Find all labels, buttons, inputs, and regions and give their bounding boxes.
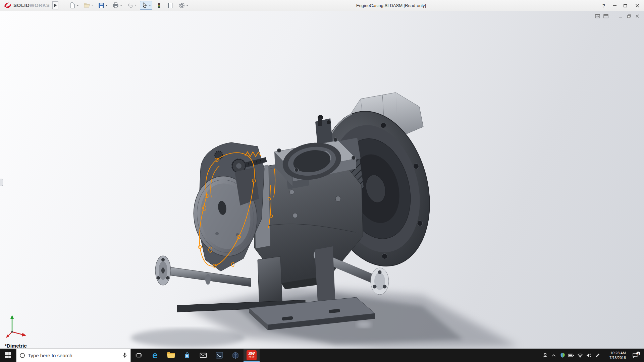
new-document-icon (69, 2, 76, 9)
chevron-up-icon (551, 354, 556, 357)
search-input[interactable] (28, 353, 119, 358)
close-button[interactable] (631, 0, 644, 11)
left-cover-assembly[interactable] (189, 142, 267, 271)
gear-icon (178, 2, 185, 9)
solidworks-logo-icon (3, 2, 12, 9)
dropdown-arrow-icon[interactable] (106, 5, 108, 6)
doc-close-button[interactable] (634, 13, 641, 19)
hidden-icons-button[interactable] (549, 349, 558, 362)
system-tray: 10:28 AM 7/13/2018 2 (541, 349, 644, 362)
rebuild-button[interactable] (154, 1, 164, 10)
volume-button[interactable] (584, 349, 593, 362)
engine-casing-model (0, 11, 644, 349)
app-titlebar: SOLIDWORKS (0, 0, 644, 11)
view-orientation-label: *Dimetric (5, 343, 27, 349)
mail-icon (199, 352, 207, 359)
microphone-icon[interactable] (122, 352, 127, 358)
graphics-area[interactable] (0, 11, 644, 349)
mail-button[interactable] (195, 349, 211, 362)
print-icon (112, 2, 119, 9)
action-center-button[interactable]: 2 (628, 353, 642, 358)
dropdown-arrow-icon[interactable] (186, 5, 188, 6)
brand-works: WORKS (30, 2, 50, 8)
options-button[interactable] (177, 1, 190, 10)
people-icon (542, 353, 548, 358)
windows-logo-icon (5, 352, 11, 358)
brand-text: SOLIDWORKS (13, 2, 50, 8)
cube-app-button[interactable] (227, 349, 244, 362)
window-controls: ? (598, 0, 644, 11)
notification-badge: 2 (636, 351, 640, 356)
edge-icon: e (152, 351, 158, 360)
minimize-button[interactable] (609, 0, 620, 11)
help-button[interactable]: ? (598, 0, 609, 11)
desktop-screen: SOLIDWORKS (0, 0, 644, 362)
battery-button[interactable] (567, 349, 576, 362)
save-button[interactable] (97, 1, 109, 10)
dropdown-arrow-icon[interactable] (77, 5, 79, 6)
defender-button[interactable] (558, 349, 567, 362)
sw-year: 2017 (249, 356, 255, 359)
store-icon (183, 351, 191, 359)
featuremanager-flyout-handle[interactable] (0, 179, 3, 186)
viewport: *Dimetric (0, 11, 644, 349)
open-document-button[interactable] (82, 1, 95, 10)
defender-shield-icon (560, 353, 565, 358)
doc-restore-button[interactable] (626, 13, 632, 19)
float-window-button[interactable] (602, 13, 609, 19)
dropdown-arrow-icon[interactable] (91, 5, 93, 6)
start-button[interactable] (0, 349, 16, 362)
pen-icon (595, 353, 600, 358)
clock-date: 7/13/2018 (609, 355, 626, 360)
cube-app-icon (231, 351, 239, 359)
wifi-icon (577, 353, 583, 358)
print-button[interactable] (111, 1, 123, 10)
maximize-button[interactable] (620, 0, 631, 11)
dropdown-arrow-icon[interactable] (135, 5, 137, 6)
close-icon (635, 4, 639, 8)
flyout-arrow-icon (54, 4, 57, 7)
edge-button[interactable]: e (147, 349, 163, 362)
file-properties-button[interactable] (166, 1, 175, 10)
open-folder-icon (84, 2, 90, 9)
select-cursor-icon (141, 2, 148, 9)
pen-button[interactable] (593, 349, 602, 362)
menu-flyout-button[interactable] (52, 1, 58, 9)
undo-icon (127, 2, 133, 9)
float-window-icon (603, 14, 608, 18)
taskbar-clock[interactable]: 10:28 AM 7/13/2018 (602, 349, 628, 362)
file-explorer-icon (167, 352, 175, 359)
file-properties-icon (167, 2, 174, 9)
network-button[interactable] (576, 349, 584, 362)
store-button[interactable] (179, 349, 195, 362)
doc-minimize-icon (619, 14, 622, 18)
document-window-controls (594, 13, 641, 19)
select-tool-button[interactable] (140, 1, 152, 10)
solidworks-logo: SOLIDWORKS (0, 2, 50, 9)
terminal-icon (215, 352, 223, 359)
doc-close-icon (636, 14, 639, 18)
file-explorer-button[interactable] (163, 349, 179, 362)
rebuild-traffic-light-icon (156, 2, 162, 9)
taskbar-search[interactable] (16, 349, 131, 362)
dock-window-button[interactable] (594, 13, 601, 19)
doc-minimize-button[interactable] (617, 13, 624, 19)
undo-button[interactable] (125, 1, 138, 10)
dropdown-arrow-icon[interactable] (149, 5, 151, 6)
terminal-app-button[interactable] (211, 349, 227, 362)
dock-window-icon (595, 14, 600, 18)
minimize-icon (613, 5, 616, 6)
document-title: EngineCasing.SLDASM [Read-only] (356, 0, 426, 11)
brand-solid: SOLID (13, 2, 30, 8)
cortana-icon (20, 353, 25, 358)
people-button[interactable] (541, 349, 549, 362)
new-document-button[interactable] (68, 1, 80, 10)
task-view-button[interactable] (131, 349, 147, 362)
solidworks-taskbar-button[interactable]: SW 2017 (244, 349, 260, 362)
sw-label: SW (248, 352, 255, 356)
save-icon (98, 2, 105, 9)
dropdown-arrow-icon[interactable] (120, 5, 122, 6)
quick-access-toolbar (68, 1, 190, 10)
volume-icon (586, 353, 591, 358)
clock-time: 10:28 AM (610, 351, 626, 355)
